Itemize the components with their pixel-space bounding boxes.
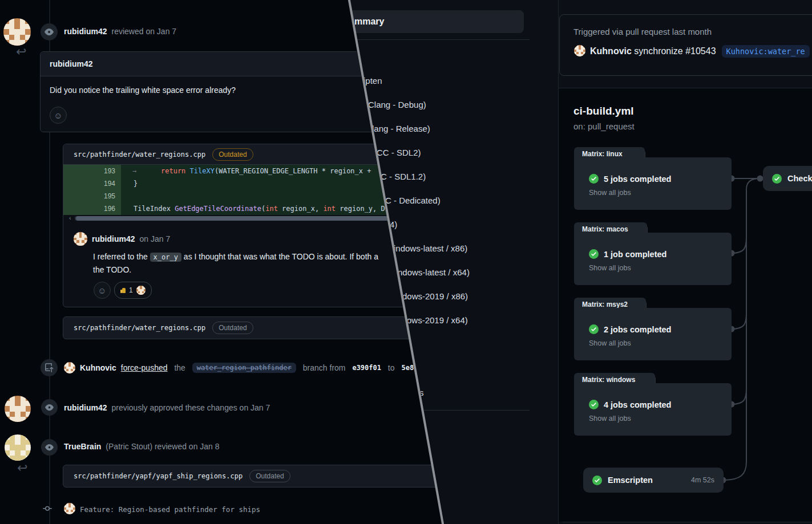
file-path[interactable]: src/pathfinder/water_regions.cpp bbox=[74, 151, 205, 159]
smiley-icon: ☺ bbox=[54, 111, 62, 120]
matrix-card[interactable]: 2 jobs completedShow all jobs bbox=[574, 308, 732, 360]
matrix-card[interactable]: 5 jobs completedShow all jobs bbox=[574, 157, 732, 210]
reply-arrow-icon: ↩ bbox=[16, 46, 26, 58]
review-meta: (Patric Stout) reviewed on Jan 8 bbox=[106, 442, 219, 451]
commit-sha: e390f01 bbox=[352, 364, 381, 372]
review-meta: reviewed on Jan 7 bbox=[111, 27, 176, 36]
avatar[interactable] bbox=[74, 232, 87, 246]
diff-line-number[interactable]: 195 bbox=[63, 190, 121, 202]
inline-code: x_or_y bbox=[150, 253, 181, 262]
repo-push-icon bbox=[41, 359, 58, 376]
diff-line-number[interactable]: 193 bbox=[63, 165, 121, 177]
outdated-badge: Outdated bbox=[249, 470, 290, 482]
job-label[interactable]: Check An bbox=[787, 174, 812, 183]
diff-line-number[interactable]: 194 bbox=[63, 177, 121, 190]
matrix-tab-label: Matrix: linux bbox=[582, 150, 623, 158]
matrix-status: 5 jobs completed bbox=[604, 174, 671, 184]
matrix-tab-label: Matrix: msys2 bbox=[582, 300, 628, 308]
file-path[interactable]: src/pathfinder/yapf/yapf_ship_regions.cp… bbox=[74, 472, 243, 480]
reaction-count: 1 bbox=[129, 286, 133, 294]
avatar[interactable] bbox=[5, 396, 31, 422]
show-all-jobs-link[interactable]: Show all jobs bbox=[589, 264, 631, 272]
avatar[interactable] bbox=[64, 503, 75, 514]
add-reaction-button[interactable]: ☺ bbox=[50, 107, 67, 124]
matrix-tab-label: Matrix: windows bbox=[582, 376, 635, 384]
thumbs-up-reaction[interactable]: 1 bbox=[114, 282, 152, 299]
commit-icon bbox=[40, 504, 55, 513]
outdated-badge: Outdated bbox=[212, 322, 253, 334]
check-circle-icon bbox=[589, 174, 599, 184]
outdated-badge: Outdated bbox=[212, 148, 253, 161]
screenshot-root: rubidium42 reviewed on Jan 7 ↩ rubidium4… bbox=[0, 0, 812, 524]
job-node-check-annotations[interactable]: Check An bbox=[763, 166, 812, 191]
matrix-card[interactable]: 4 jobs completedShow all jobs bbox=[574, 383, 732, 436]
deleted-branch-pill: water_region_pathfinder bbox=[192, 363, 296, 373]
eye-icon bbox=[41, 23, 58, 40]
matrix-status: 2 jobs completed bbox=[604, 325, 671, 334]
matrix-status: 4 jobs completed bbox=[604, 400, 671, 409]
avatar[interactable] bbox=[3, 18, 31, 46]
commit-message[interactable]: Feature: Region-based pathfinder for shi… bbox=[80, 505, 260, 514]
scroll-left-icon[interactable]: ‹ bbox=[69, 214, 71, 221]
reviewer-name[interactable]: TrueBrain bbox=[64, 442, 101, 451]
matrix-card[interactable]: 1 job completedShow all jobs bbox=[574, 233, 732, 285]
avatar bbox=[136, 286, 146, 295]
matrix-tab-label: Matrix: macos bbox=[582, 225, 628, 233]
avatar[interactable] bbox=[64, 362, 75, 373]
show-all-jobs-link[interactable]: Show all jobs bbox=[589, 339, 631, 347]
reply-arrow-icon: ↩ bbox=[17, 462, 27, 474]
check-circle-icon bbox=[589, 249, 599, 259]
avatar[interactable] bbox=[5, 434, 31, 461]
job-label[interactable]: Emscripten bbox=[608, 476, 653, 485]
check-circle-icon bbox=[589, 400, 599, 409]
diff-line-number[interactable]: 196 bbox=[63, 202, 121, 215]
reviewer-name[interactable]: rubidium42 bbox=[64, 403, 107, 412]
show-all-jobs-link[interactable]: Show all jobs bbox=[589, 415, 631, 423]
comment-author[interactable]: rubidium42 bbox=[50, 59, 92, 68]
matrix-status: 1 job completed bbox=[604, 250, 666, 259]
force-pushed-link[interactable]: force-pushed bbox=[121, 363, 168, 372]
file-path[interactable]: src/pathfinder/water_regions.cpp bbox=[74, 324, 205, 332]
pusher-name[interactable]: Kuhnovic bbox=[80, 363, 116, 372]
job-duration: 4m 52s bbox=[691, 476, 714, 484]
thread-meta: on Jan 7 bbox=[139, 234, 170, 243]
eye-icon bbox=[41, 399, 58, 416]
diff-marker-icon: → bbox=[132, 165, 136, 177]
thread-body: I referred to the x_or_y as I thought th… bbox=[93, 250, 413, 276]
check-circle-icon bbox=[589, 324, 599, 334]
job-node-emscripten[interactable]: Emscripten 4m 52s bbox=[583, 468, 724, 493]
reviewer-name[interactable]: rubidium42 bbox=[64, 27, 107, 36]
thread-author[interactable]: rubidium42 bbox=[92, 234, 135, 243]
add-reaction-button[interactable]: ☺ bbox=[94, 282, 111, 299]
check-circle-icon bbox=[772, 174, 782, 184]
review-meta: previously approved these changes on Jan… bbox=[111, 403, 270, 412]
eye-icon bbox=[41, 439, 58, 456]
show-all-jobs-link[interactable]: Show all jobs bbox=[589, 189, 631, 197]
check-circle-icon bbox=[592, 476, 602, 485]
thumbs-up-icon bbox=[120, 287, 126, 293]
